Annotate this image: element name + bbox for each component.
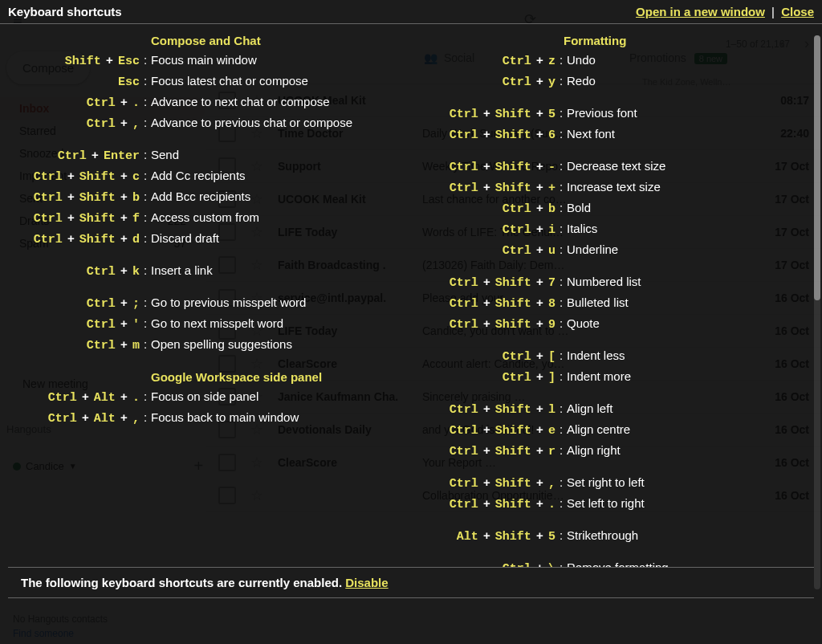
shortcut-row: Ctrl + Shift + 6:Next font — [435, 124, 803, 145]
shortcut-keys: Ctrl + Shift + 6 — [435, 124, 555, 145]
shortcut-keys: Ctrl + y — [435, 71, 555, 92]
shortcut-desc: Focus on side panel — [151, 387, 258, 406]
shortcut-row: Ctrl + u:Underline — [435, 240, 803, 261]
shortcut-desc: Go to previous misspelt word — [151, 293, 306, 312]
shortcut-keys: Ctrl + Shift + 5 — [435, 104, 555, 124]
shortcut-keys: Alt + Shift + 5 — [435, 526, 555, 547]
shortcut-row: Ctrl + Shift + b:Add Bcc recipients — [19, 187, 387, 208]
shortcut-keys: Ctrl + i — [435, 219, 555, 240]
shortcut-desc: Increase text size — [567, 177, 661, 197]
shortcut-keys: Ctrl + Shift + r — [435, 441, 555, 462]
shortcut-desc: Align right — [567, 441, 621, 460]
shortcut-keys: Ctrl + . — [19, 92, 140, 113]
shortcut-keys: Ctrl + Alt + . — [19, 387, 140, 408]
shortcut-desc: Set left to right — [567, 494, 645, 513]
shortcut-keys: Ctrl + Shift + , — [435, 473, 555, 494]
shortcut-desc: Send — [151, 145, 179, 165]
shortcut-row: Shift + Esc:Focus main window — [19, 51, 387, 71]
shortcut-row: Ctrl + Shift + 8:Bulleted list — [435, 293, 803, 314]
shortcut-keys: Ctrl + m — [19, 335, 140, 356]
shortcut-desc: Quote — [567, 314, 600, 333]
shortcut-desc: Indent less — [567, 346, 625, 365]
shortcut-row: Ctrl + ;:Go to previous misspelt word — [19, 293, 387, 314]
shortcut-desc: Redo — [567, 71, 596, 91]
shortcut-desc: Advance to next chat or compose — [151, 92, 330, 112]
shortcut-row: Ctrl + Shift + 9:Quote — [435, 314, 803, 335]
shortcut-row: Ctrl + Shift + r:Align right — [435, 441, 803, 462]
shortcut-row: Ctrl + Shift + f:Access custom from — [19, 208, 387, 229]
shortcut-row: Ctrl + ,:Advance to previous chat or com… — [19, 113, 387, 134]
shortcut-desc: Add Cc recipients — [151, 166, 246, 185]
shortcut-keys: Ctrl + Alt + , — [19, 408, 140, 429]
shortcut-row: Alt + Shift + 5:Strikethrough — [435, 526, 803, 547]
shortcut-keys: Ctrl + Shift + b — [19, 187, 140, 208]
shortcut-keys: Ctrl + Shift + d — [19, 229, 140, 250]
shortcut-desc: Go to next misspelt word — [151, 314, 283, 333]
shortcut-row: Ctrl + ':Go to next misspelt word — [19, 314, 387, 335]
dialog-footer: The following keyboard shortcuts are cur… — [8, 567, 814, 598]
shortcut-desc: Indent more — [567, 367, 631, 386]
shortcut-row: Ctrl + Enter:Send — [19, 145, 387, 166]
dialog-title: Keyboard shortcuts — [8, 5, 122, 18]
shortcut-desc: Access custom from — [151, 208, 259, 227]
shortcut-desc: Open spelling suggestions — [151, 335, 292, 354]
shortcut-desc: Bulleted list — [567, 293, 629, 312]
shortcut-keys: Ctrl + Shift + 8 — [435, 293, 555, 314]
shortcut-desc: Previous font — [567, 104, 637, 123]
shortcut-keys: Ctrl + k — [19, 261, 140, 282]
shortcut-keys: Ctrl + [ — [435, 346, 555, 367]
shortcut-keys: Ctrl + Shift + f — [19, 208, 140, 229]
shortcut-keys: Ctrl + Shift + 7 — [435, 272, 555, 293]
shortcut-desc: Underline — [567, 240, 618, 259]
shortcut-keys: Ctrl + Shift + l — [435, 399, 555, 420]
shortcut-row: Ctrl + Shift + d:Discard draft — [19, 229, 387, 250]
shortcut-row: Ctrl + Shift + e:Align centre — [435, 420, 803, 441]
shortcut-desc: Italics — [567, 219, 597, 238]
shortcut-desc: Align centre — [567, 420, 630, 439]
shortcut-keys: Ctrl + Shift + e — [435, 420, 555, 441]
shortcut-row: Ctrl + b:Bold — [435, 198, 803, 219]
shortcut-desc: Bold — [567, 198, 591, 218]
shortcut-row: Ctrl + i:Italics — [435, 219, 803, 240]
shortcut-row: Ctrl + y:Redo — [435, 71, 803, 92]
shortcut-row: Ctrl + Shift + ,:Set right to left — [435, 473, 803, 494]
shortcut-keys: Ctrl + ] — [435, 367, 555, 388]
shortcut-keys: Ctrl + b — [435, 198, 555, 219]
shortcut-row: Ctrl + Shift + +:Increase text size — [435, 177, 803, 198]
shortcut-desc: Undo — [567, 51, 596, 70]
shortcut-keys: Ctrl + z — [435, 51, 555, 71]
shortcut-row: Ctrl + .:Advance to next chat or compose — [19, 92, 387, 113]
shortcut-keys: Ctrl + , — [19, 113, 140, 134]
shortcut-row: Ctrl + Shift + .:Set left to right — [435, 494, 803, 515]
shortcut-row: Ctrl + Shift + l:Align left — [435, 399, 803, 420]
shortcut-keys: Ctrl + u — [435, 240, 555, 261]
disable-link[interactable]: Disable — [345, 576, 388, 589]
keyboard-shortcuts-dialog: Keyboard shortcuts Open in a new window … — [0, 0, 822, 644]
shortcut-desc: Next font — [567, 124, 615, 144]
shortcut-row: Ctrl + Shift + 5:Previous font — [435, 104, 803, 124]
shortcut-row: Ctrl + [:Indent less — [435, 346, 803, 367]
shortcut-keys: Ctrl + Shift + c — [19, 166, 140, 187]
shortcut-desc: Strikethrough — [567, 526, 638, 545]
shortcut-keys: Ctrl + ' — [19, 314, 140, 335]
shortcut-row: Ctrl + Shift + c:Add Cc recipients — [19, 166, 387, 187]
section-formatting: Formatting — [564, 34, 803, 47]
shortcut-row: Ctrl + m:Open spelling suggestions — [19, 335, 387, 356]
shortcut-keys: Esc — [19, 73, 140, 92]
shortcut-desc: Numbered list — [567, 272, 641, 291]
scrollbar-thumb[interactable] — [814, 35, 820, 300]
shortcut-row: Ctrl + k:Insert a link — [19, 261, 387, 282]
shortcut-row: Ctrl + z:Undo — [435, 51, 803, 71]
open-new-window-link[interactable]: Open in a new window — [636, 5, 765, 18]
shortcut-keys: Ctrl + \ — [435, 558, 555, 567]
close-link[interactable]: Close — [781, 5, 814, 18]
shortcut-keys: Ctrl + Enter — [19, 145, 140, 166]
shortcut-row: Ctrl + \:Remove formatting — [435, 558, 803, 567]
shortcut-row: Ctrl + Shift + -:Decrease text size — [435, 157, 803, 177]
shortcut-desc: Set right to left — [567, 473, 645, 492]
shortcut-keys: Ctrl + Shift + . — [435, 494, 555, 515]
shortcut-row: Ctrl + ]:Indent more — [435, 367, 803, 388]
section-compose: Compose and Chat — [151, 34, 387, 47]
shortcut-keys: Ctrl + ; — [19, 293, 140, 314]
shortcut-desc: Align left — [567, 399, 613, 418]
